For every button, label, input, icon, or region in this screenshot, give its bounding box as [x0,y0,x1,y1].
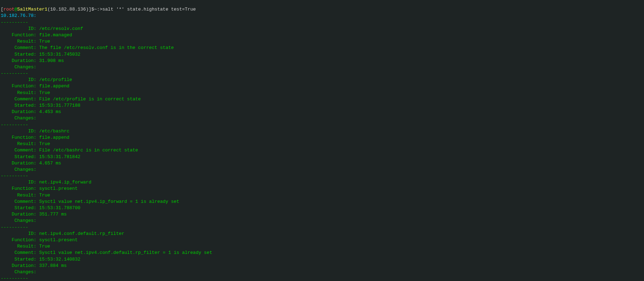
state-label: Started: 15:53:31.745032 [1,52,80,57]
prompt-at: @ [14,7,17,12]
separator: ---------- [1,276,28,281]
state-label: Comment: Sysctl value net.ipv4.ip_forwar… [1,199,179,204]
state-label: Comment: The file /etc/resolv.conf is in… [1,45,174,50]
bracket-open: [ [1,7,4,12]
prompt-tail: $~:> [92,7,102,12]
separator: ---------- [1,20,28,25]
state-label: Changes: [1,218,36,223]
separator: ---------- [1,173,28,179]
state-label: ID: /etc/resolv.conf [1,26,83,31]
prompt-host: SaltMaster1 [17,7,48,12]
shell-prompt[interactable]: [root@SaltMaster1(10.182.88.136)]$~:>sal… [1,7,196,12]
state-label: ID: net.ipv4.conf.default.rp_filter [1,231,124,236]
state-label: Result: True [1,90,50,95]
separator: ---------- [1,71,28,76]
separator: ---------- [1,225,28,230]
state-label: Duration: 351.777 ms [1,212,67,217]
state-label: Started: 15:53:31.781842 [1,154,80,160]
state-label: Function: file.managed [1,32,72,38]
state-label: Changes: [1,64,36,70]
state-label: Duration: 4.453 ms [1,109,61,114]
state-label: Duration: 337.884 ms [1,263,67,268]
state-label: Changes: [1,115,36,121]
state-label: Comment: Sysctl value net.ipv4.conf.defa… [1,250,212,255]
state-label: Started: 15:53:31.777188 [1,103,80,108]
state-label: Changes: [1,167,36,172]
minion-id: 10.182.76.78: [1,13,36,18]
prompt-user: root [4,7,14,12]
state-label: Result: True [1,244,50,249]
prompt-ip: (10.182.88.136) [48,7,89,12]
state-label: ID: /etc/bashrc [1,129,69,134]
state-label: Function: sysctl.present [1,237,77,243]
state-label: Function: file.append [1,83,69,89]
state-label: Started: 15:53:32.140832 [1,257,80,262]
state-label: Comment: File /etc/profile is in correct… [1,96,141,102]
state-label: Result: True [1,141,50,146]
state-label: ID: net.ipv4.ip_forward [1,180,91,185]
state-label: Comment: File /etc/bashrc is in correct … [1,148,138,153]
state-label: Started: 15:53:31.788700 [1,205,80,211]
state-label: Function: file.append [1,135,69,140]
state-label: Result: True [1,39,50,44]
bracket-close: ] [89,7,92,12]
command-text: salt '*' state.highstate test=True [102,7,196,12]
state-label: ID: /etc/profile [1,77,72,82]
state-label: Duration: 4.657 ms [1,161,61,166]
separator: ---------- [1,122,28,127]
state-label: Result: True [1,193,50,198]
state-label: Changes: [1,269,36,275]
terminal-output: [root@SaltMaster1(10.182.88.136)]$~:>sal… [0,6,644,281]
state-label: Function: sysctl.present [1,186,77,191]
state-label: Duration: 31.908 ms [1,58,64,63]
